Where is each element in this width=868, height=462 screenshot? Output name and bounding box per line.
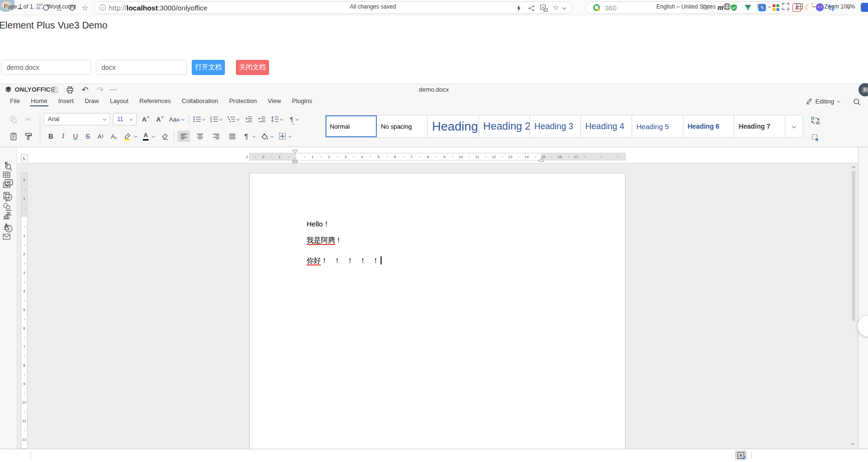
highlight-color-icon[interactable] <box>121 130 133 142</box>
style-normal[interactable]: Normal <box>326 115 377 137</box>
language-selector[interactable]: English – United States <box>656 0 723 13</box>
editor-canvas[interactable]: Hello！我是阿腾！你好！！！！！ <box>17 163 858 449</box>
font-color-chevron-icon[interactable] <box>151 133 157 139</box>
style-heading-2[interactable]: Heading 2 <box>479 115 530 137</box>
print-icon[interactable] <box>65 85 75 94</box>
shading-chevron-icon[interactable] <box>270 133 275 139</box>
underline-icon[interactable]: U <box>70 131 81 141</box>
open-document-button[interactable]: 打开文档 <box>192 60 225 75</box>
borders-icon[interactable] <box>277 131 288 141</box>
tab-view[interactable]: View <box>267 96 282 106</box>
scrollbar-up-icon[interactable] <box>851 165 856 170</box>
font-color-icon[interactable]: A <box>140 130 151 142</box>
translate-icon[interactable]: A <box>540 4 548 12</box>
undo-icon[interactable]: ↶ <box>80 85 90 94</box>
align-center-icon[interactable] <box>194 131 206 142</box>
shading-icon[interactable] <box>259 131 270 141</box>
extension-vue-icon[interactable] <box>744 4 752 11</box>
decrease-font-icon[interactable]: A˅ <box>154 114 166 124</box>
header-footer-settings-icon[interactable] <box>2 191 10 199</box>
extension-shield-icon[interactable] <box>730 4 737 11</box>
font-name-combo[interactable]: Arial <box>44 113 110 125</box>
site-info-icon[interactable]: ⓘ <box>98 4 107 12</box>
file-type-input[interactable] <box>96 60 187 75</box>
document-language-icon[interactable] <box>723 0 731 13</box>
replace-icon[interactable] <box>810 116 821 125</box>
numbered-list-icon[interactable]: 123 <box>209 114 224 124</box>
tab-layout[interactable]: Layout <box>109 96 130 106</box>
favorite-star-icon[interactable]: ☆ <box>551 3 560 12</box>
mode-control[interactable]: Editing <box>806 96 841 106</box>
close-document-button[interactable]: 关闭文档 <box>236 60 269 75</box>
mail-merge-icon[interactable] <box>2 233 10 241</box>
highlight-chevron-icon[interactable] <box>133 133 139 139</box>
zoom-out-button[interactable]: − <box>810 0 818 13</box>
style-heading-3[interactable]: Heading 3 <box>530 115 581 137</box>
v-ruler[interactable]: 21123456789101112 <box>21 173 28 449</box>
more-actions-icon[interactable]: ⋯ <box>109 85 118 94</box>
zoom-in-button[interactable]: + <box>858 0 867 13</box>
document-page[interactable]: Hello！我是阿腾！你好！！！！！ <box>249 173 625 458</box>
borders-chevron-icon[interactable] <box>288 133 293 139</box>
address-chevron-icon[interactable] <box>562 6 566 9</box>
superscript-icon[interactable]: A¹ <box>95 131 106 141</box>
word-count-button[interactable]: 12 Word count <box>36 0 76 13</box>
chart-settings-icon[interactable] <box>2 212 10 220</box>
tab-references[interactable]: References <box>139 96 172 106</box>
hanging-indent-marker[interactable] <box>292 158 298 163</box>
share-icon[interactable] <box>527 4 535 12</box>
align-right-icon[interactable] <box>210 131 222 142</box>
decrease-indent-icon[interactable] <box>243 114 254 124</box>
bookmark-star-icon[interactable]: ☆ <box>79 0 91 15</box>
shape-settings-icon[interactable] <box>2 202 10 210</box>
lightning-icon[interactable] <box>515 4 523 12</box>
format-painter-icon[interactable] <box>23 132 34 141</box>
style-heading-7[interactable]: Heading 7 <box>734 115 785 137</box>
style-heading-5[interactable]: Heading 5 <box>632 115 683 137</box>
style-heading-1[interactable]: Heading 1 <box>428 115 479 137</box>
right-indent-marker[interactable] <box>539 158 544 162</box>
zoom-level-label[interactable]: Zoom 100% <box>824 0 855 13</box>
scrollbar-down-icon[interactable] <box>851 441 856 445</box>
track-changes-button[interactable] <box>756 0 772 13</box>
multilevel-list-icon[interactable] <box>226 114 241 124</box>
bold-icon[interactable]: B <box>46 131 56 141</box>
text-art-settings-icon[interactable]: A <box>2 222 10 230</box>
first-line-indent-marker[interactable] <box>292 150 298 153</box>
change-case-icon[interactable]: Aaᴀ <box>168 114 186 124</box>
tab-protection[interactable]: Protection <box>228 96 258 106</box>
spell-check-toggle[interactable]: A <box>735 451 747 460</box>
image-settings-icon[interactable] <box>2 181 10 189</box>
vertical-scrollbar-thumb[interactable] <box>852 171 855 321</box>
url-text[interactable]: http://localhost:3000/onlyoffice <box>109 2 207 13</box>
paragraph-direction-icon[interactable]: ¶→ <box>287 113 303 125</box>
font-size-combo[interactable]: 11 <box>113 113 137 125</box>
tab-stop-selector[interactable]: L <box>21 154 28 161</box>
align-justify-icon[interactable] <box>226 131 238 142</box>
redo-icon[interactable]: ↷ <box>95 85 105 94</box>
clear-formatting-icon[interactable] <box>159 131 171 141</box>
page-number-status[interactable]: Page 1 of 1 <box>4 0 33 13</box>
nonprinting-chevron-icon[interactable] <box>252 133 257 139</box>
h-ruler[interactable]: 3211234567891011121314151617 <box>249 153 625 160</box>
style-gallery-expand-icon[interactable] <box>785 115 803 137</box>
increase-font-icon[interactable]: A˄ <box>140 114 152 124</box>
style-no-spacing[interactable]: No spacing <box>377 115 428 137</box>
paste-icon[interactable] <box>8 132 19 141</box>
select-all-icon[interactable] <box>810 133 821 142</box>
align-left-icon[interactable] <box>177 131 190 142</box>
address-bar[interactable]: ⓘ http://localhost:3000/onlyoffice A ☆ <box>94 1 573 14</box>
line-spacing-icon[interactable] <box>270 114 285 124</box>
user-avatar[interactable]: 测 <box>859 83 868 96</box>
strikethrough-icon[interactable]: S <box>83 131 93 141</box>
paragraph-settings-icon[interactable]: ¶ <box>2 160 10 168</box>
tab-home[interactable]: Home <box>30 96 48 106</box>
increase-indent-icon[interactable] <box>256 114 268 124</box>
subscript-icon[interactable]: A₁ <box>108 131 120 141</box>
italic-icon[interactable]: I <box>58 131 68 141</box>
nonprinting-chars-icon[interactable]: ¶ <box>241 131 252 141</box>
copy-icon[interactable] <box>8 115 19 124</box>
fit-page-icon[interactable] <box>782 0 789 13</box>
document-text-line[interactable]: 我是阿腾！ <box>307 236 342 245</box>
cut-icon[interactable]: ✂ <box>23 114 34 124</box>
